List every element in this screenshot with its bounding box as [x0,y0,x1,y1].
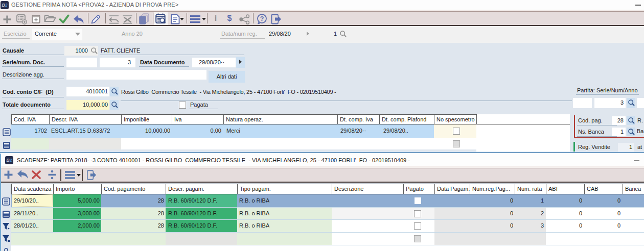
svg-text:?: ? [260,15,264,22]
